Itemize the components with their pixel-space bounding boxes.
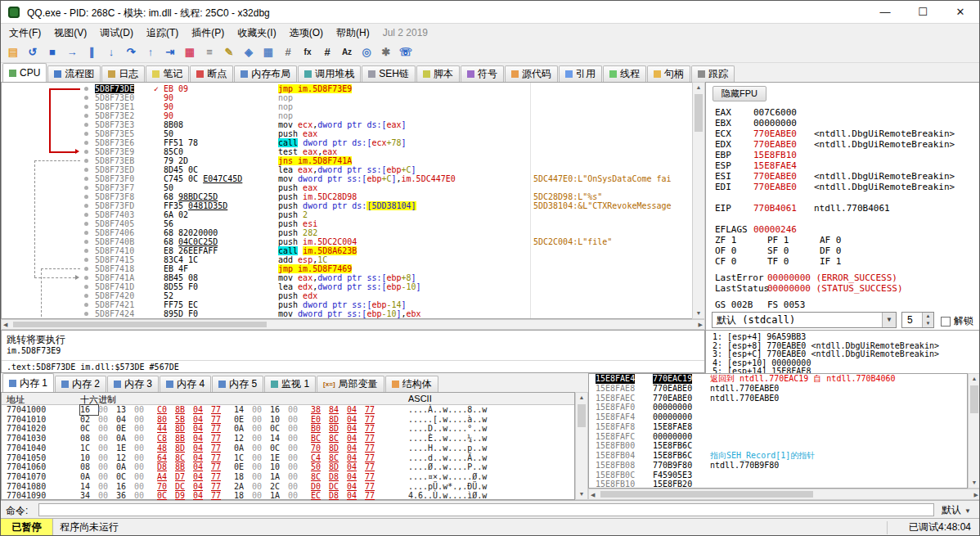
disasm-row[interactable]: 5D8F7418EB 4Fjmp im.5D8F7469 (2, 264, 692, 273)
menu-favourites[interactable]: 收藏夹(I) (231, 24, 282, 43)
close-button[interactable]: ✕ (942, 1, 979, 24)
command-input[interactable] (38, 503, 934, 516)
dump-row[interactable]: 770410401C001E00488D04770A000C00708D0477… (2, 444, 574, 453)
dump-row[interactable]: 7704103008000A00C88B047712001400BC8C0477… (2, 434, 574, 444)
disasm-row[interactable]: 5D8F73E090nop (2, 93, 692, 102)
stack-row[interactable]: 15E8FAFC00000000 (589, 432, 967, 442)
menu-options[interactable]: 选项(O) (283, 24, 330, 43)
breakpoint-dot[interactable] (84, 285, 88, 289)
dump-row[interactable]: 7704100016001300C08B04771400160038840477… (2, 405, 574, 415)
stack-row[interactable]: 15E8FB08770B9F80ntdll.770B9F80 (589, 461, 967, 471)
chevron-down-icon[interactable]: ▼ (882, 313, 896, 327)
breakpoint-dot[interactable] (84, 222, 88, 226)
scroll-up-arrow[interactable]: ▲ (969, 375, 980, 383)
disasm-row[interactable]: 5D8F741A8B45 08mov eax,dword ptr ss:[ebp… (2, 273, 692, 282)
breakpoint-dot[interactable] (84, 231, 88, 235)
flag-of[interactable]: OF 0 (715, 245, 737, 256)
dump-row[interactable]: 770410700A000C00A4D7047718001A008CD80477… (2, 472, 574, 482)
disasm-row[interactable]: 5D8F73E6FF51 78call dword ptr ds:[ecx+78… (2, 138, 692, 147)
stack-row[interactable]: 15E8FAF815E8FAE8 (589, 422, 967, 432)
disasm-row[interactable]: 5D8F740668 82020000push 282 (2, 228, 692, 237)
disasm-row[interactable]: 5D8F73DE✓EB 09jmp im.5D8F73E9 (2, 84, 692, 93)
step-over-icon[interactable]: ↷ (122, 43, 140, 61)
flag-af[interactable]: AF 0 (820, 235, 842, 245)
menu-file[interactable]: 文件(F) (2, 24, 47, 43)
scroll-right-arrow[interactable]: ▶ (699, 321, 703, 329)
tab-script[interactable]: 脚本 (416, 65, 460, 82)
spinner-arrows-icon[interactable]: ▲▼ (922, 313, 933, 327)
flag-cf[interactable]: CF 0 (715, 256, 737, 267)
dump-row[interactable]: 770410801400160070DC04772A002C00D0DC0477… (2, 482, 574, 492)
stack-row[interactable]: 15E8FB0015E8FB6C (589, 441, 967, 451)
tab-notes[interactable]: 笔记 (146, 65, 189, 82)
checkbox-icon[interactable] (941, 317, 951, 327)
grid-icon[interactable]: # (279, 43, 297, 61)
flag-if[interactable]: IF 1 (820, 256, 842, 267)
breakpoint-dot[interactable] (84, 105, 88, 109)
log-icon[interactable]: ≡ (200, 43, 218, 61)
scroll-thumb[interactable] (600, 491, 813, 498)
dump-row[interactable]: 7704101002000400805B04770E001000E08D0477… (2, 415, 574, 425)
disasm-row[interactable]: 5D8F73E190nop (2, 102, 692, 111)
scroll-left-arrow[interactable]: ◀ (3, 321, 7, 329)
scroll-down-arrow[interactable]: ▼ (576, 490, 587, 498)
breakpoint-dot[interactable] (84, 267, 88, 271)
breakpoint-dot[interactable] (84, 114, 88, 118)
breakpoint-dot[interactable] (84, 168, 88, 172)
register-row-ebx[interactable]: EBX00000000 (706, 118, 980, 128)
graph-icon[interactable]: ◈ (240, 43, 258, 61)
tab-cpu[interactable]: CPU (2, 63, 47, 82)
register-row-eax[interactable]: EAX007C6000 (706, 107, 980, 118)
disasm-row[interactable]: 5D8F740B68 04C0C25Dpush im.5DC2C0045DC2C… (2, 237, 692, 246)
menu-help[interactable]: 帮助(H) (330, 24, 376, 43)
scroll-up-arrow[interactable]: ▲ (693, 83, 704, 92)
register-row-eflags[interactable]: EFLAGS00000246 (706, 224, 980, 235)
calling-convention-select[interactable]: 默认 (stdcall) ▼ (712, 312, 897, 328)
register-row-eip[interactable]: EIP770B4061ntdll.770B4061 (706, 203, 980, 214)
disasm-row[interactable]: 5D8F74036A 02push 2 (2, 210, 692, 219)
flag-tf[interactable]: TF 0 (767, 256, 789, 267)
tab-trace[interactable]: 跟踪 (691, 65, 735, 82)
help-phone-icon[interactable]: ☏ (397, 43, 415, 61)
breakpoint-dot[interactable] (84, 195, 88, 199)
scroll-thumb[interactable] (13, 322, 267, 327)
tab-handles[interactable]: 句柄 (647, 65, 690, 82)
restart-icon[interactable]: ↺ (24, 43, 42, 61)
breakpoint-dot[interactable] (84, 177, 88, 181)
tab-references[interactable]: 引用 (559, 65, 602, 82)
breakpoint-dot[interactable] (84, 312, 88, 316)
disasm-row[interactable]: 5D8F73E38B08mov ecx,dword ptr ds:[eax] (2, 120, 692, 129)
scroll-right-arrow[interactable]: ▶ (974, 491, 978, 499)
dump-row[interactable]: 770410200C000E00448D04770A000C00B08D0477… (2, 424, 574, 434)
tab-dump-1[interactable]: 内存 1 (2, 373, 54, 392)
tab-graph[interactable]: 流程图 (47, 65, 101, 82)
open-file-icon[interactable]: ▤ (4, 43, 22, 61)
menu-debug[interactable]: 调试(D) (93, 24, 140, 43)
dump-row[interactable]: 7704105010001200648C04771C001E00C48C0477… (2, 453, 574, 463)
tab-log[interactable]: 日志 (101, 65, 145, 82)
stack-pane[interactable]: 15E8FAE4770EAC19返回到 ntdll.770EAC19 自 ntd… (588, 373, 968, 489)
breakpoint-dot[interactable] (84, 204, 88, 208)
tab-locals[interactable]: [x=]局部变量 (317, 376, 384, 392)
disasm-row[interactable]: 5D8F741D8D55 F0lea edx,dword ptr ss:[ebp… (2, 282, 692, 291)
argument-row[interactable]: 3: [esp+C] 770EABE0 <ntdll.DbgUiRemoteBr… (713, 350, 939, 359)
argument-depth-spinner[interactable]: 5 ▲▼ (901, 312, 934, 328)
register-row-esi[interactable]: ESI770EABE0<ntdll.DbgUiRemoteBreakin> (706, 171, 980, 182)
hide-fpu-button[interactable]: 隐藏FPU (713, 86, 766, 101)
tab-memory-map[interactable]: 内存布局 (234, 65, 297, 82)
minimize-button[interactable]: — (866, 1, 904, 24)
disasm-row[interactable]: 5D8F7410E8 26EEFAFFcall im.5D8A623B (2, 246, 692, 255)
tab-dump-3[interactable]: 内存 3 (107, 376, 159, 392)
disasm-row[interactable]: 5D8F740556push esi (2, 219, 692, 228)
tab-seh[interactable]: SEH链 (362, 65, 416, 82)
stack-row[interactable]: 15E8FAF400000000 (589, 412, 967, 422)
stack-row[interactable]: 15E8FAF000000000 (589, 403, 967, 412)
stack-row[interactable]: 15E8FAE8770EABE0ntdll.770EABE0 (589, 384, 967, 394)
disasm-row[interactable]: 5D8F741583C4 1Cadd esp,1C (2, 255, 692, 264)
tab-breakpoints[interactable]: 断点 (190, 65, 233, 82)
run-to-cursor-icon[interactable]: ⇥ (161, 43, 179, 61)
disasm-row[interactable]: 5D8F7424895D F0mov dword ptr ss:[ebp-10]… (2, 309, 692, 318)
flag-df[interactable]: DF 0 (820, 245, 842, 256)
breakpoint-dot[interactable] (84, 240, 88, 244)
tab-threads[interactable]: 线程 (603, 65, 646, 82)
